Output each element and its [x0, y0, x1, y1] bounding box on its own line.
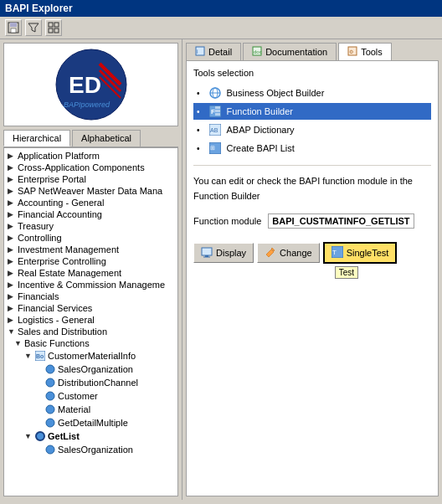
tree-item-sales-distribution[interactable]: ▼ Sales and Distribution — [6, 326, 176, 337]
function-module-row: Function module BAPI_CUSTMATINFO_GETLIST — [193, 213, 431, 229]
globe-icon — [208, 86, 222, 100]
arrow-icon: ▶ — [8, 175, 18, 183]
arrow-icon: ▼ — [14, 339, 24, 347]
tree-item-controlling[interactable]: ▶ Controlling — [6, 232, 176, 244]
test-icon: T — [332, 246, 343, 260]
svg-rect-35 — [215, 110, 220, 112]
svg-rect-2 — [11, 28, 16, 33]
svg-rect-34 — [215, 106, 220, 109]
tree-item-financial-accounting[interactable]: ▶ Financial Accounting — [6, 208, 176, 220]
svg-point-18 — [46, 392, 54, 400]
tree-item-sap-netweaver[interactable]: ▶ SAP NetWeaver Master Data Mana — [6, 185, 176, 197]
save-toolbar-btn[interactable] — [5, 19, 22, 36]
tab-documentation[interactable]: doc Documentation — [243, 43, 337, 60]
right-content: Tools selection • Business Object Builde… — [186, 60, 439, 496]
svg-rect-7 — [54, 28, 59, 33]
object-icon: Bo — [34, 350, 46, 362]
svg-rect-6 — [49, 28, 53, 33]
function-module-label: Function module — [193, 216, 261, 226]
tree-item-customer[interactable]: ▶ Customer — [6, 389, 176, 403]
tree-item-material[interactable]: ▶ Material — [6, 403, 176, 416]
single-test-button[interactable]: T SingleTest — [323, 242, 398, 264]
arrow-icon: ▶ — [8, 292, 18, 301]
tool-item-abap-dictionary[interactable]: • AB ABAP Dictionary — [193, 121, 431, 138]
tool-label-biz-obj: Business Object Builder — [227, 88, 325, 98]
arrow-icon: ▶ — [8, 234, 18, 242]
tab-detail[interactable]: i Detail — [186, 43, 241, 60]
func-builder-icon: F — [208, 105, 222, 118]
svg-text:BAPIpowered: BAPIpowered — [64, 100, 110, 109]
tab-hierarchical[interactable]: Hierarchical — [3, 130, 70, 147]
title-bar: BAPI Explorer — [0, 0, 442, 17]
svg-point-16 — [46, 365, 54, 373]
toolbar — [0, 17, 442, 39]
arrow-icon: ▶ — [8, 222, 18, 230]
tree-item-sales-org[interactable]: ▶ SalesOrganization — [6, 363, 176, 376]
svg-text:doc: doc — [254, 49, 262, 54]
tree-item-basic-functions[interactable]: ▼ Basic Functions — [6, 337, 176, 349]
tab-tools[interactable]: ⚙ Tools — [338, 43, 392, 60]
tree-item-investment[interactable]: ▶ Investment Management — [6, 244, 176, 255]
tree-item-treasury[interactable]: ▶ Treasury — [6, 220, 176, 232]
tooltip-text: Test — [339, 268, 354, 277]
tool-label-create-bapi-list: Create BAPI List — [227, 143, 295, 153]
arrow-icon: ▶ — [8, 304, 18, 312]
tree-item-real-estate[interactable]: ▶ Real Estate Management — [6, 267, 176, 279]
tools-icon: ⚙ — [347, 46, 357, 58]
change-icon — [265, 246, 276, 260]
tool-label-abap: ABAP Dictionary — [227, 125, 295, 135]
display-icon — [201, 246, 213, 260]
svg-point-19 — [46, 405, 54, 414]
tab-alphabetical[interactable]: Alphabetical — [72, 130, 141, 147]
tree-item-get-list[interactable]: ▼ GetList — [6, 429, 176, 443]
info-text: You can edit or check the BAPI function … — [193, 174, 431, 203]
bapi-icon — [44, 444, 56, 455]
bullet-icon: • — [197, 126, 200, 135]
change-button[interactable]: Change — [257, 243, 320, 263]
expand-toolbar-btn[interactable] — [45, 19, 62, 36]
tree-item-enterprise-controlling[interactable]: ▶ Enterprise Controlling — [6, 255, 176, 267]
bapi-icon — [44, 417, 56, 429]
tree-item-financial-services[interactable]: ▶ Financial Services — [6, 302, 176, 314]
arrow-icon: ▶ — [8, 316, 18, 324]
display-button[interactable]: Display — [193, 243, 254, 263]
tree-area[interactable]: ▶ Application Platform ▶ Cross-Applicati… — [3, 147, 178, 496]
tree-item-sales-org2[interactable]: ▶ SalesOrganization — [6, 443, 176, 456]
svg-text:F: F — [211, 108, 215, 116]
detail-icon: i — [195, 46, 205, 58]
tree-item-distribution-channel[interactable]: ▶ DistributionChannel — [6, 376, 176, 389]
tree-item-incentive[interactable]: ▶ Incentive & Commission Manageme — [6, 279, 176, 291]
bapi-icon — [44, 363, 56, 375]
tree-item-cross-app[interactable]: ▶ Cross-Application Components — [6, 162, 176, 173]
arrow-icon: ▶ — [8, 210, 18, 219]
tab-documentation-label: Documentation — [265, 47, 327, 57]
tools-selection-title: Tools selection — [193, 68, 431, 78]
tool-item-function-builder[interactable]: • F Function Builder — [193, 103, 431, 120]
bapi-icon — [44, 404, 56, 415]
display-label: Display — [216, 248, 246, 258]
tree-item-get-detail-multiple[interactable]: ▶ GetDetailMultiple — [6, 416, 176, 429]
tree-item-enterprise-portal[interactable]: ▶ Enterprise Portal — [6, 173, 176, 185]
filter-toolbar-btn[interactable] — [25, 19, 42, 36]
bapi-list-icon: ⊞ — [208, 141, 222, 155]
tree-item-logistics[interactable]: ▶ Logistics - General — [6, 314, 176, 326]
title-bar-label: BAPI Explorer — [5, 3, 73, 14]
logo-area: ED BAPIpowered — [3, 43, 178, 126]
bapi-icon — [44, 377, 56, 388]
single-test-label: SingleTest — [347, 248, 389, 258]
svg-point-22 — [46, 445, 54, 454]
tree-item-customer-material-info[interactable]: ▼ Bo CustomerMaterialInfo — [6, 349, 176, 363]
svg-rect-5 — [54, 23, 59, 27]
main-area: ED BAPIpowered Hierarchical Alphabetical… — [0, 39, 442, 500]
tree-item-app-platform[interactable]: ▶ Application Platform — [6, 150, 176, 162]
tab-detail-label: Detail — [208, 47, 232, 57]
tool-item-create-bapi-list[interactable]: • ⊞ Create BAPI List — [193, 140, 431, 157]
tree-item-financials[interactable]: ▶ Financials — [6, 291, 176, 302]
svg-marker-3 — [28, 23, 39, 32]
tree-item-accounting-general[interactable]: ▶ Accounting - General — [6, 197, 176, 208]
arrow-icon: ▶ — [8, 269, 18, 277]
svg-text:AB: AB — [210, 127, 218, 133]
tool-item-biz-obj-builder[interactable]: • Business Object Builder — [193, 85, 431, 101]
arrow-icon: ▶ — [8, 245, 18, 254]
arrow-icon: ▶ — [8, 152, 18, 160]
